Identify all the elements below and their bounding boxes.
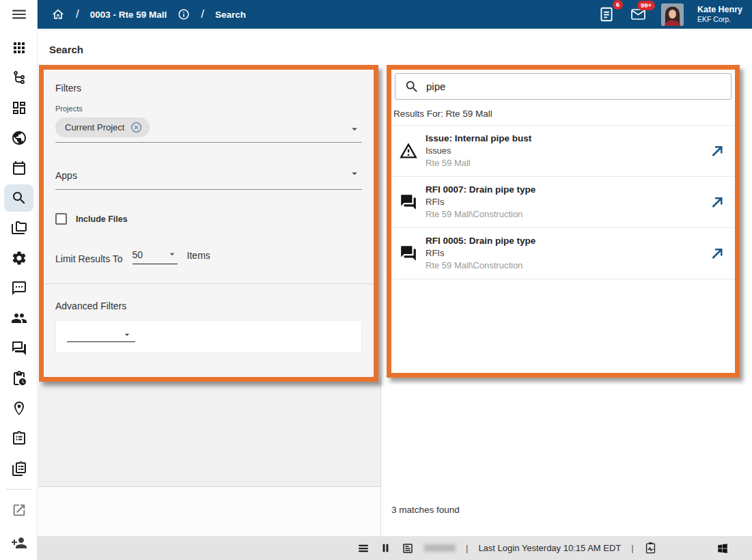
breadcrumb-page: Search (215, 10, 246, 20)
result-location: Rte 59 Mall\Construction (426, 260, 699, 272)
mail-notifications-button[interactable]: 99+ (629, 6, 647, 23)
forum-icon (391, 244, 426, 262)
projects-label: Projects (55, 104, 362, 113)
result-type: RFIs (426, 197, 699, 208)
user-name: Kate Henry (697, 5, 742, 15)
result-title: RFI 0007: Drain pipe type (426, 184, 699, 196)
windows-logo-icon[interactable] (716, 542, 729, 555)
forms-badge: 6 (613, 0, 623, 10)
apps-grid-icon[interactable] (0, 33, 38, 63)
breadcrumb-separator: / (76, 8, 79, 21)
user-menu[interactable]: Kate Henry EKF Corp. (697, 5, 742, 24)
chevron-down-icon[interactable] (348, 167, 361, 180)
advanced-filters-heading: Advanced Filters (55, 300, 362, 311)
project-chip[interactable]: Current Project (55, 117, 150, 137)
chevron-down-icon (167, 249, 178, 260)
breadcrumb: / 0003 - Rte 59 Mall / Search (38, 8, 246, 21)
include-files-checkbox[interactable] (55, 213, 67, 225)
folders-icon[interactable] (0, 213, 38, 243)
breadcrumb-project[interactable]: 0003 - Rte 59 Mall (90, 10, 167, 20)
apps-select[interactable]: Apps (55, 170, 362, 190)
open-result-arrow-icon[interactable] (699, 245, 735, 262)
workflow-icon[interactable] (0, 63, 38, 93)
advanced-filter-select[interactable] (67, 330, 135, 342)
open-result-arrow-icon[interactable] (699, 143, 735, 159)
filters-panel: Filters Projects Current Project Apps In… (44, 70, 374, 353)
status-bar: | Last Login Yesterday 10:15 AM EDT | (38, 536, 752, 560)
home-icon[interactable] (51, 8, 65, 21)
result-type: Issues (426, 145, 699, 157)
result-location: Rte 59 Mall (426, 158, 699, 169)
people-icon[interactable] (0, 303, 38, 333)
limit-results-select[interactable]: 50 (133, 249, 178, 264)
user-org: EKF Corp. (697, 15, 742, 24)
last-login-text: Last Login Yesterday 10:15 AM EDT (478, 543, 621, 553)
result-row[interactable]: Issue: Internal pipe bust Issues Rte 59 … (391, 126, 735, 177)
document-icon[interactable] (402, 542, 414, 555)
status-separator: | (631, 543, 633, 553)
filters-footer-region: Apply Reset Filters (38, 382, 380, 536)
forum-icon[interactable] (0, 333, 38, 363)
search-box[interactable] (395, 73, 732, 100)
limit-results-value: 50 (133, 249, 143, 260)
list-view-icon[interactable] (357, 542, 370, 555)
result-type: RFIs (426, 248, 699, 260)
results-footer-region: 3 matches found (381, 378, 752, 536)
globe-icon[interactable] (0, 123, 38, 153)
info-icon[interactable] (178, 8, 190, 20)
results-panel: Results For: Rte 59 Mall Issue: Internal… (391, 73, 735, 376)
result-location: Rte 59 Mall\Construction (426, 209, 699, 221)
pending-tasks-icon[interactable] (0, 363, 38, 393)
dashboard-icon[interactable] (0, 93, 38, 123)
include-files-label: Include Files (76, 214, 128, 224)
filters-button-strip: Apply Reset Filters (38, 486, 380, 536)
open-result-arrow-icon[interactable] (699, 194, 735, 210)
match-count: 3 matches found (391, 505, 460, 515)
advanced-filters-box (55, 320, 362, 353)
gear-icon[interactable] (0, 243, 38, 273)
task-list-copy-icon[interactable] (0, 453, 38, 484)
chat-icon[interactable] (0, 273, 38, 303)
redacted-text (424, 544, 456, 552)
pause-icon[interactable] (380, 542, 391, 554)
search-input[interactable] (426, 81, 731, 92)
section-divider (44, 283, 374, 284)
results-panel-highlight: Results For: Rte 59 Mall Issue: Internal… (387, 65, 740, 378)
external-link-icon[interactable] (0, 495, 38, 525)
mail-badge: 99+ (637, 1, 655, 10)
avatar[interactable] (661, 3, 684, 26)
forms-notifications-button[interactable]: 6 (598, 5, 615, 23)
warning-icon (391, 141, 426, 160)
project-chip-label: Current Project (65, 122, 124, 132)
page-title: Search (49, 44, 83, 55)
menu-icon[interactable] (0, 0, 38, 29)
location-pin-icon[interactable] (0, 393, 38, 423)
chip-remove-icon[interactable] (130, 121, 143, 134)
activity-clipboard-icon[interactable] (644, 542, 657, 555)
search-icon[interactable] (4, 184, 33, 212)
limit-results-label: Limit Results To (55, 253, 123, 264)
breadcrumb-separator: / (201, 8, 204, 21)
limit-results-units: Items (187, 250, 210, 264)
top-nav-bar: / 0003 - Rte 59 Mall / Search 6 99+ Kate… (38, 0, 752, 29)
apps-label: Apps (55, 170, 77, 181)
chevron-down-icon[interactable] (348, 123, 361, 135)
chevron-down-icon (122, 329, 133, 340)
result-title: Issue: Internal pipe bust (426, 132, 699, 145)
projects-select[interactable]: Current Project (55, 117, 362, 143)
rail-divider (5, 489, 32, 490)
result-row[interactable]: RFI 0007: Drain pipe type RFIs Rte 59 Ma… (391, 177, 735, 228)
filters-panel-highlight: Filters Projects Current Project Apps In… (39, 65, 378, 382)
left-icon-rail (0, 0, 38, 560)
results-for-label: Results For: Rte 59 Mall (391, 103, 735, 126)
person-add-icon[interactable] (0, 528, 38, 558)
status-separator: | (466, 543, 468, 553)
task-list-icon[interactable] (0, 423, 38, 453)
search-icon (404, 79, 419, 94)
calendar-icon[interactable] (0, 153, 38, 183)
result-title: RFI 0005: Drain pipe type (426, 235, 699, 247)
result-row[interactable]: RFI 0005: Drain pipe type RFIs Rte 59 Ma… (391, 228, 735, 279)
forum-icon (391, 193, 426, 211)
filters-heading: Filters (55, 83, 362, 94)
